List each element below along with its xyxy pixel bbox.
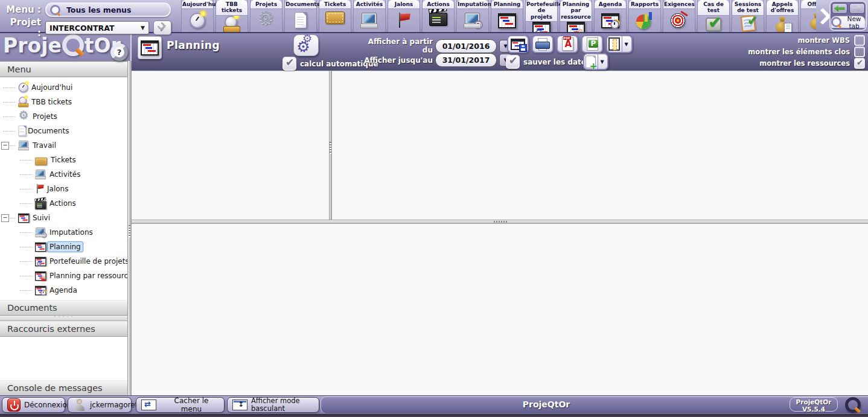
tab-actions[interactable]: Actions bbox=[422, 0, 455, 32]
toggle-montrer-elements-clos[interactable]: montrer les éléments clos bbox=[748, 46, 865, 57]
sidebar-item-suivi[interactable]: − Suivi bbox=[0, 211, 127, 225]
chevron-down-icon[interactable]: ▼ bbox=[598, 54, 606, 69]
toggle-checkbox[interactable] bbox=[854, 35, 865, 46]
sidebar-item-documents[interactable]: Documents bbox=[0, 124, 127, 138]
sidebar-item-agenda[interactable]: Agenda bbox=[0, 283, 127, 298]
help-icon[interactable]: ? bbox=[110, 43, 128, 61]
sidebar-item-projets[interactable]: Projets bbox=[0, 109, 127, 124]
sidebar-item-tickets[interactable]: Tickets bbox=[0, 153, 127, 167]
tab-tbb-tickets[interactable]: TBB tickets bbox=[215, 0, 248, 32]
date-from-input[interactable]: 01/01/2016 bbox=[435, 39, 497, 53]
toggle-montrer-wbs[interactable]: montrer WBS bbox=[798, 35, 865, 45]
document-icon bbox=[294, 12, 307, 29]
updown-arrows-icon bbox=[232, 399, 247, 410]
column-selector-button[interactable]: ▼ bbox=[606, 35, 633, 53]
export-pdf-button[interactable] bbox=[557, 35, 578, 53]
tab-offres[interactable]: Offres bbox=[800, 0, 816, 32]
project-selector[interactable]: INTERCONTRAT ▼ bbox=[45, 21, 149, 34]
save-dates-checkbox[interactable] bbox=[506, 55, 520, 69]
sidebar-menu-header[interactable]: Menu bbox=[0, 62, 127, 77]
tab-appels-offres[interactable]: Appels d'offres bbox=[766, 0, 799, 32]
print-button[interactable] bbox=[532, 35, 554, 53]
sidebar-item-jalons[interactable]: Jalons bbox=[0, 182, 127, 196]
tab-planning-par-ressource[interactable]: Planning par ressource bbox=[560, 0, 592, 32]
sidebar-item-tbb-tickets[interactable]: TBB tickets bbox=[0, 95, 127, 109]
sidebar-shortcuts-header[interactable]: Raccourcis externes bbox=[0, 321, 127, 337]
chevron-down-icon: ▼ bbox=[141, 25, 145, 31]
logout-button[interactable]: Déconnexion bbox=[2, 397, 65, 413]
bottom-strip bbox=[0, 414, 868, 417]
display-toggles: montrer WBS montrer les éléments clos mo… bbox=[748, 35, 865, 68]
toggle-checkbox[interactable] bbox=[854, 46, 865, 57]
sidebar-item-portefeuille-de-projets[interactable]: Portefeuille de projets bbox=[0, 254, 127, 269]
sidebar-item-planning[interactable]: Planning bbox=[0, 240, 127, 254]
calc-auto-checkbox[interactable] bbox=[282, 57, 296, 71]
printer-icon bbox=[535, 38, 550, 51]
date-to-input[interactable]: 31/01/2017 bbox=[435, 53, 497, 67]
sidebar-item-actions[interactable]: Actions bbox=[0, 196, 127, 211]
task-list-pane bbox=[132, 71, 329, 220]
tab-sessions-de-test[interactable]: Sessions de test bbox=[732, 0, 764, 32]
sidebar-item-imputations[interactable]: Imputations bbox=[0, 225, 127, 240]
save-planning-button[interactable] bbox=[507, 35, 529, 53]
collapse-expander-icon[interactable]: − bbox=[1, 214, 9, 222]
add-element-button[interactable]: ▼ bbox=[583, 53, 608, 70]
sidebar-item-aujourdhui[interactable]: Aujourd'hui bbox=[0, 80, 127, 95]
chevron-down-icon[interactable]: ▼ bbox=[622, 36, 630, 52]
projeqtor-app: Menu : Tous les menus Projet : INTERCONT… bbox=[0, 0, 868, 417]
flag-icon bbox=[396, 12, 412, 29]
ticket-icon bbox=[325, 11, 345, 24]
section-resize-handle[interactable]: · · · · · bbox=[0, 316, 127, 321]
tab-documents[interactable]: Documents bbox=[284, 0, 317, 32]
ticket-icon bbox=[35, 157, 47, 165]
toggle-montrer-ressources[interactable]: montrer les ressources bbox=[759, 58, 865, 68]
tab-agenda[interactable]: Agenda bbox=[594, 0, 627, 32]
back-button[interactable] bbox=[832, 3, 847, 14]
sidebar-console-header[interactable]: Console de messages bbox=[0, 380, 127, 396]
menu-control: Menu : Tous les menus bbox=[5, 2, 171, 17]
sidebar-documents-header[interactable]: Documents bbox=[0, 300, 127, 316]
tab-planning[interactable]: Planning bbox=[491, 0, 523, 32]
clapper-icon bbox=[35, 201, 46, 209]
save-dates-row[interactable]: sauver les dates bbox=[506, 55, 590, 69]
clapper-icon bbox=[429, 13, 447, 26]
gantt-clock-icon bbox=[35, 285, 46, 295]
user-button[interactable]: jckermagoret bbox=[68, 397, 132, 413]
tab-portefeuille-de-projets[interactable]: Portefeuille de projets bbox=[525, 0, 558, 32]
projeqtor-q-icon bbox=[831, 17, 841, 27]
hide-menu-button[interactable]: Cacher le menu bbox=[136, 397, 225, 413]
tab-cas-de-test[interactable]: Cas de test bbox=[697, 0, 730, 32]
tab-projets[interactable]: Projets bbox=[250, 0, 282, 32]
tab-activites[interactable]: Activités bbox=[353, 0, 386, 32]
collapse-expander-icon[interactable]: − bbox=[1, 142, 9, 150]
gantt-gear-icon bbox=[532, 22, 550, 32]
target-icon bbox=[671, 12, 688, 29]
tab-aujourdhui[interactable]: Aujourd'hui bbox=[181, 0, 214, 32]
new-tab-button[interactable]: New tab bbox=[831, 16, 866, 28]
recalculate-button[interactable] bbox=[293, 34, 319, 56]
user-icon bbox=[73, 398, 86, 412]
tab-rapports[interactable]: Rapports bbox=[628, 0, 661, 32]
tab-exigences[interactable]: Exigences bbox=[663, 0, 695, 32]
toggle-mode-button[interactable]: Afficher mode basculant bbox=[227, 397, 319, 413]
sidebar-item-activites[interactable]: Activités bbox=[0, 167, 127, 182]
top-header: Menu : Tous les menus Projet : INTERCONT… bbox=[0, 0, 868, 33]
menu-selector[interactable]: Tous les menus bbox=[45, 2, 171, 17]
detail-pane bbox=[132, 224, 868, 396]
sidebar-item-travail[interactable]: − Travail bbox=[0, 138, 127, 153]
project-settings-button[interactable] bbox=[153, 21, 171, 35]
export-ms-project-button[interactable] bbox=[581, 35, 603, 53]
date-to-row: Afficher jusqu'au 31/01/2017 ▼ bbox=[364, 53, 512, 67]
sidebar-item-planning-par-ressource[interactable]: Planning par ressource bbox=[0, 269, 127, 283]
forward-button[interactable] bbox=[849, 3, 865, 14]
gear-icon bbox=[257, 12, 275, 29]
gantt-person-icon bbox=[35, 271, 46, 281]
tab-jalons[interactable]: Jalons bbox=[388, 0, 420, 32]
horizontal-splitter[interactable] bbox=[132, 220, 868, 224]
more-tabs-chevron[interactable] bbox=[816, 6, 829, 27]
tab-imputations[interactable]: Imputations bbox=[456, 0, 489, 32]
sidebar-splitter[interactable] bbox=[127, 61, 132, 396]
tab-tickets[interactable]: Tickets bbox=[319, 0, 351, 32]
planning-page-icon bbox=[138, 36, 162, 59]
toggle-checkbox[interactable] bbox=[854, 58, 865, 69]
